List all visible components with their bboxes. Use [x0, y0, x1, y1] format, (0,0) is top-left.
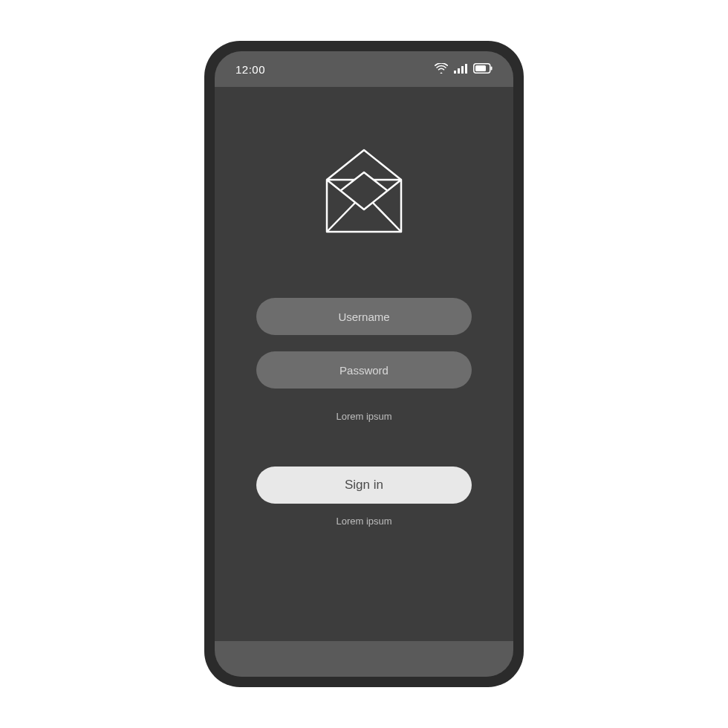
status-time: 12:00 — [235, 63, 265, 76]
phone-screen: 12:00 — [215, 51, 513, 677]
bottom-bar — [215, 641, 513, 677]
svg-rect-1 — [458, 68, 460, 74]
svg-rect-2 — [461, 66, 464, 74]
svg-rect-6 — [491, 66, 493, 70]
status-indicators — [435, 63, 493, 76]
svg-rect-3 — [465, 64, 467, 74]
password-input[interactable] — [256, 351, 472, 389]
phone-frame: 12:00 — [204, 41, 524, 687]
battery-icon — [473, 63, 493, 76]
status-bar: 12:00 — [215, 51, 513, 87]
svg-rect-5 — [475, 65, 486, 71]
username-input[interactable] — [256, 298, 472, 335]
svg-rect-0 — [454, 71, 456, 74]
signup-helper-text[interactable]: Lorem ipsum — [336, 516, 391, 527]
forgot-helper-text[interactable]: Lorem ipsum — [336, 411, 391, 422]
wifi-icon — [435, 63, 448, 76]
signal-icon — [454, 63, 467, 76]
login-content: Lorem ipsum Sign in Lorem ipsum — [215, 87, 513, 641]
envelope-open-icon — [312, 139, 416, 246]
signin-button[interactable]: Sign in — [256, 467, 472, 504]
